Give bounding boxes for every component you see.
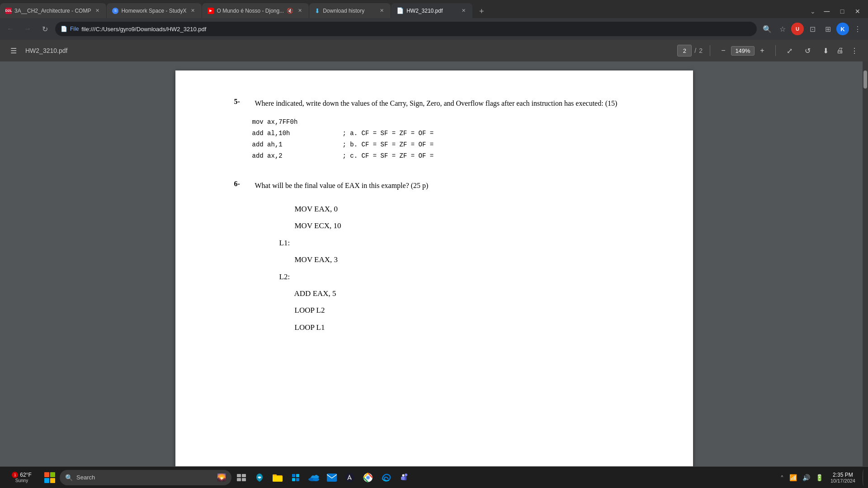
win-quad-4	[50, 478, 55, 483]
assembly-line-3: MOV EAX, 3	[279, 251, 657, 268]
tab-download[interactable]: ⬇ Download history ✕	[309, 3, 391, 18]
taskbar-chrome[interactable]	[360, 469, 376, 486]
bookmark-button[interactable]: ☆	[776, 22, 789, 36]
svg-rect-8	[296, 474, 299, 477]
win-quad-2	[50, 472, 55, 477]
zoom-in-button[interactable]: +	[756, 45, 768, 56]
zoom-out-button[interactable]: −	[717, 45, 729, 56]
svg-point-18	[367, 476, 369, 479]
tab-close-youtube[interactable]: ✕	[296, 7, 303, 14]
zoom-page-button[interactable]: 🔍	[760, 22, 774, 36]
tab-youtube[interactable]: ▶ O Mundo é Nosso - Djong... 🔇 ✕	[202, 3, 309, 18]
download-pdf-button[interactable]: ⬇	[819, 44, 832, 57]
code-instr-1: add al,10h	[252, 128, 343, 139]
tab-favicon-studyx: S	[112, 8, 118, 14]
task-view-button[interactable]	[233, 469, 250, 486]
assembly-line-5: LOOP L2	[279, 302, 657, 319]
tab-title-d2l: 3A__CH2_Architecture - COMP	[14, 8, 91, 14]
taskbar-search-mountain-icon: 🌄	[217, 473, 226, 482]
question-5-text: Where indicated, write down the values o…	[255, 98, 618, 109]
side-panel-button[interactable]: ⊡	[806, 22, 819, 36]
svg-rect-0	[237, 474, 241, 477]
mail-icon	[327, 474, 337, 482]
reload-button[interactable]: ↻	[38, 22, 52, 36]
tab-title-pdf: HW2_3210.pdf	[406, 8, 457, 14]
taskbar-store[interactable]	[288, 469, 304, 486]
question-6-number: 6-	[234, 180, 248, 188]
onedrive-icon	[308, 474, 319, 481]
code-line-1: add al,10h ; a. CF = SF = ZF = OF =	[252, 128, 657, 139]
file-explorer-icon	[273, 474, 283, 482]
tab-favicon-pdf: 📄	[396, 7, 404, 14]
weather-temp-value: 62°F	[20, 472, 31, 478]
tab-d2l[interactable]: D2L 3A__CH2_Architecture - COMP ✕	[0, 3, 106, 18]
current-page-input[interactable]	[677, 45, 692, 56]
scrollbar-thumb[interactable]	[863, 70, 867, 89]
back-button[interactable]: ←	[4, 22, 17, 36]
tray-expand-button[interactable]: ^	[778, 471, 786, 484]
windows-logo	[44, 472, 55, 483]
win-quad-1	[44, 472, 49, 477]
wifi-icon[interactable]: 📶	[788, 472, 799, 483]
fit-page-button[interactable]: ⤢	[783, 44, 796, 57]
taskbar-sketchbook[interactable]	[342, 469, 358, 486]
svg-rect-13	[327, 474, 337, 482]
taskbar-search-bar[interactable]: 🔍 Search 🌄	[60, 470, 231, 485]
zoom-level: 149%	[731, 46, 755, 56]
code-line-3: add ax,2 ; c. CF = SF = ZF = OF =	[252, 150, 657, 162]
tab-close-d2l[interactable]: ✕	[94, 7, 101, 14]
question-6-text: What will be the final value of EAX in t…	[255, 180, 429, 192]
forward-button[interactable]: →	[21, 22, 34, 36]
profile-red-button[interactable]: U	[791, 23, 804, 35]
battery-icon[interactable]: 🔋	[814, 472, 825, 483]
url-bar[interactable]: 📄 File file:///C:/Users/gyro9/Downloads/…	[55, 22, 757, 36]
total-pages: 2	[699, 47, 703, 54]
tab-close-download[interactable]: ✕	[378, 7, 385, 14]
taskbar-mail[interactable]	[324, 469, 340, 486]
pdf-title: HW2_3210.pdf	[25, 47, 67, 54]
vertical-scrollbar[interactable]	[863, 61, 868, 466]
pdf-menu-button[interactable]: ☰	[7, 44, 20, 57]
profile-k-button[interactable]: K	[836, 23, 849, 35]
assembly-line-6: LOOP L1	[279, 319, 657, 336]
code-comment-2: ; b. CF = SF = ZF = OF =	[343, 139, 434, 150]
question-6-header: 6- What will be the final value of EAX i…	[234, 180, 657, 192]
print-button[interactable]: 🖨	[834, 44, 846, 57]
tab-close-pdf[interactable]: ✕	[460, 7, 467, 14]
volume-icon[interactable]: 🔊	[801, 472, 812, 483]
taskbar-copilot[interactable]	[251, 469, 268, 486]
taskbar-file-explorer[interactable]	[269, 469, 286, 486]
browser-action-button[interactable]: ⊞	[821, 22, 835, 36]
taskbar-onedrive[interactable]	[306, 469, 322, 486]
taskbar-edge[interactable]	[378, 469, 394, 486]
tab-pdf[interactable]: 📄 HW2_3210.pdf ✕	[391, 3, 472, 18]
tab-studyx[interactable]: S Homework Space - StudyX ✕	[107, 3, 202, 18]
svg-rect-5	[273, 476, 283, 482]
assembly-label-l1: L1:	[279, 235, 657, 251]
rotate-button[interactable]: ↺	[801, 44, 814, 57]
question-6: 6- What will be the final value of EAX i…	[234, 180, 657, 336]
svg-point-20	[405, 474, 407, 476]
close-window-button[interactable]: ✕	[851, 5, 864, 18]
tab-overflow-button[interactable]: ⌄	[807, 5, 818, 18]
minimize-button[interactable]: ─	[820, 5, 834, 18]
weather-widget[interactable]: 1 62°F Sunny	[4, 472, 40, 483]
taskbar-teams[interactable]	[396, 469, 412, 486]
show-desktop-button[interactable]	[863, 469, 864, 486]
tab-close-studyx[interactable]: ✕	[189, 7, 196, 14]
sketchbook-icon	[345, 473, 355, 483]
zoom-controls: − 149% +	[717, 45, 768, 56]
more-tools-button[interactable]: ⋮	[848, 44, 861, 57]
win-quad-3	[44, 478, 49, 483]
maximize-button[interactable]: □	[835, 5, 849, 18]
system-tray: ^ 📶 🔊 🔋	[778, 471, 825, 484]
new-tab-button[interactable]: +	[475, 5, 488, 18]
clock[interactable]: 2:35 PM 10/17/2024	[827, 472, 859, 483]
url-text: file:///C:/Users/gyro9/Downloads/HW2_321…	[81, 26, 751, 33]
start-button[interactable]	[42, 469, 58, 486]
svg-point-21	[402, 474, 405, 476]
question-5-header: 5- Where indicated, write down the value…	[234, 98, 657, 109]
tab-mute-icon[interactable]: 🔇	[287, 8, 293, 14]
more-options-button[interactable]: ⋮	[851, 22, 864, 36]
svg-rect-1	[242, 474, 246, 477]
